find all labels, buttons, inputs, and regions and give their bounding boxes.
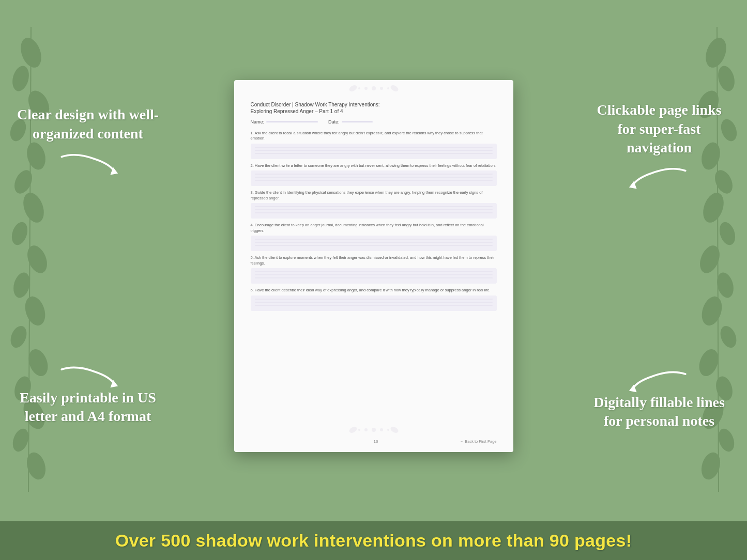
svg-point-40 <box>380 87 383 90</box>
question-2: 2. Have the client write a letter to som… <box>251 163 497 186</box>
arrow-right-2 <box>57 357 119 388</box>
question-4-text: 4. Encourage the client to keep an anger… <box>251 223 497 234</box>
bottom-banner: Over 500 shadow work interventions on mo… <box>0 521 747 560</box>
question-1: 1. Ask the client to recall a situation … <box>251 131 497 159</box>
bottom-banner-text: Over 500 shadow work interventions on mo… <box>115 531 632 550</box>
question-5-text: 5. Ask the client to explore moments whe… <box>251 255 497 266</box>
q3-line-1 <box>255 206 493 207</box>
q4-line-1 <box>255 239 493 240</box>
q2-number: 2. <box>251 163 255 168</box>
center-doc-container: Conduct Disorder | Shadow Work Therapy I… <box>165 15 582 516</box>
callout-clear-design-text: Clear design with well-organized content <box>16 105 160 143</box>
question-3: 3. Guide the client in identifying the p… <box>251 190 497 219</box>
svg-point-51 <box>389 425 399 434</box>
svg-point-39 <box>364 87 368 90</box>
name-field: Name: <box>251 119 318 125</box>
question-3-text: 3. Guide the client in identifying the p… <box>251 190 497 201</box>
q1-lines-block <box>251 144 497 159</box>
document-page: Conduct Disorder | Shadow Work Therapy I… <box>234 80 513 452</box>
callout-clear-design: Clear design with well-organized content <box>16 105 160 178</box>
callout-printable-text: Easily printable in US letter and A4 for… <box>16 388 160 426</box>
q4-number: 4. <box>251 223 255 227</box>
q3-number: 3. <box>251 190 255 195</box>
svg-point-44 <box>389 84 399 92</box>
q5-line-3 <box>255 277 493 278</box>
top-section: Clear design with well-organized content… <box>0 0 747 521</box>
q3-lines-block <box>251 203 497 219</box>
svg-point-48 <box>358 429 360 431</box>
question-2-text: 2. Have the client write a letter to som… <box>251 163 497 169</box>
doc-subtitle: Exploring Repressed Anger – Part 1 of 4 <box>251 108 497 114</box>
q1-line-1 <box>255 147 493 148</box>
q6-line-3 <box>255 305 493 306</box>
callout-clickable: Clickable page links for super-fast navi… <box>587 101 731 192</box>
q5-line-1 <box>255 271 493 272</box>
date-field: Date: <box>328 119 373 125</box>
svg-point-49 <box>387 429 389 431</box>
callout-fillable-text: Digitally fillable lines for personal no… <box>587 393 731 431</box>
doc-header: Conduct Disorder | Shadow Work Therapy I… <box>251 102 497 114</box>
q5-line-2 <box>255 274 493 275</box>
svg-point-45 <box>372 428 376 432</box>
doc-fields: Name: Date: <box>251 119 497 125</box>
svg-point-38 <box>372 86 376 90</box>
q6-line-1 <box>255 299 493 300</box>
q6-number: 6. <box>251 288 255 292</box>
q3-line-3 <box>255 212 493 213</box>
q1-line-2 <box>255 150 493 151</box>
q2-line-1 <box>255 174 493 175</box>
doc-back-link[interactable]: ← Back to First Page <box>460 439 497 444</box>
callout-fillable: Digitally fillable lines for personal no… <box>587 358 731 431</box>
question-6-text: 6. Have the client describe their ideal … <box>251 288 497 293</box>
name-label: Name: <box>251 119 265 125</box>
q2-lines-block <box>251 170 497 186</box>
doc-footer: 16 ← Back to First Page <box>251 439 497 444</box>
svg-point-47 <box>380 428 383 431</box>
question-6: 6. Have the client describe their ideal … <box>251 288 497 311</box>
q6-lines-block <box>251 295 497 311</box>
doc-page-number: 16 <box>292 439 460 444</box>
name-line <box>266 121 318 122</box>
q6-line-2 <box>255 302 493 303</box>
question-1-text: 1. Ask the client to recall a situation … <box>251 131 497 142</box>
q2-line-2 <box>255 177 493 178</box>
arrow-left-1 <box>628 161 690 192</box>
q4-line-3 <box>255 245 493 246</box>
svg-point-46 <box>364 428 368 431</box>
arrow-right-1 <box>57 147 119 178</box>
doc-floral-top <box>322 83 425 96</box>
q1-line-3 <box>255 153 493 154</box>
svg-point-41 <box>358 87 360 89</box>
doc-floral-bottom <box>322 425 425 437</box>
right-callouts: Clickable page links for super-fast navi… <box>582 15 737 516</box>
q3-line-2 <box>255 209 493 210</box>
q5-lines-block <box>251 268 497 284</box>
doc-title: Conduct Disorder | Shadow Work Therapy I… <box>251 102 497 107</box>
main-content: Clear design with well-organized content… <box>0 0 747 560</box>
arrow-left-2 <box>628 362 690 393</box>
left-callouts: Clear design with well-organized content… <box>10 15 165 516</box>
svg-point-42 <box>387 87 389 89</box>
date-label: Date: <box>328 119 340 125</box>
date-line <box>342 121 373 122</box>
callout-printable: Easily printable in US letter and A4 for… <box>16 353 160 426</box>
question-5: 5. Ask the client to explore moments whe… <box>251 255 497 284</box>
question-4: 4. Encourage the client to keep an anger… <box>251 223 497 251</box>
callout-clickable-text: Clickable page links for super-fast navi… <box>587 101 731 157</box>
questions-list: 1. Ask the client to recall a situation … <box>251 131 497 311</box>
svg-point-43 <box>348 84 358 92</box>
q4-lines-block <box>251 236 497 251</box>
q2-line-3 <box>255 180 493 181</box>
q4-line-2 <box>255 242 493 243</box>
svg-point-50 <box>348 425 358 434</box>
